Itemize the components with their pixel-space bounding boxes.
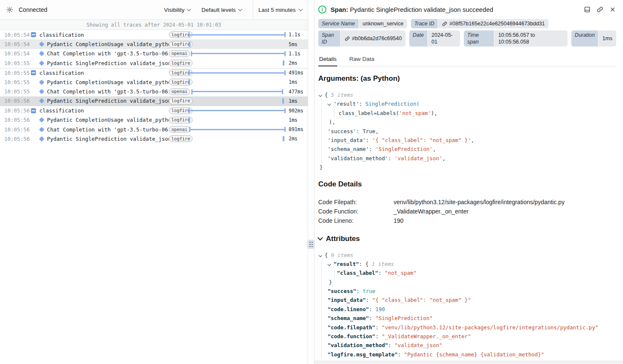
trace-row[interactable]: 10:05:56Pydantic SinglePrediction valida… [0, 96, 308, 106]
span-diamond-icon [39, 51, 44, 57]
meta-chip-label: Duration [571, 30, 598, 47]
meta-chip-label: Time span [464, 30, 494, 47]
close-icon[interactable] [609, 6, 616, 13]
span-title: Span: Pydantic SinglePrediction validate… [331, 6, 493, 13]
code-segment: : [375, 324, 382, 331]
meta-chip-value: 1ms [598, 30, 616, 47]
detail-tabs: DetailsRaw Data [318, 54, 616, 66]
gear-icon[interactable] [6, 6, 14, 14]
code-details-rows: Code Filepath:venv/lib/python3.12/site-p… [318, 197, 616, 225]
indent-guide [321, 118, 322, 126]
link-icon [442, 21, 447, 27]
code-line: { 9 items [318, 251, 616, 260]
code-segment: 1 items [372, 261, 394, 267]
duration-label: 1.1s [286, 51, 308, 57]
code-segment: '{ "class_label": "not_spam" }' [372, 137, 471, 143]
code-line: "code.function": "_ValidateWrapper._on_e… [318, 332, 616, 341]
copy-link-icon[interactable] [596, 6, 604, 13]
chevron-down-icon [299, 7, 303, 11]
code-segment: "not_spam" [385, 270, 416, 276]
duration-label: 1ms [286, 98, 308, 104]
trace-row[interactable]: 10:05:56classificationlogfire902ms [0, 106, 308, 115]
default-levels-dropdown[interactable]: Default levels [201, 7, 242, 13]
trace-row[interactable]: 10:05:54classificationlogfire1.1s [0, 30, 308, 39]
row-timestamp: 10:05:56 [4, 126, 29, 133]
dock-panel-icon[interactable] [584, 6, 591, 13]
duration-tick [188, 118, 190, 123]
resize-grip-handle[interactable] [307, 240, 315, 249]
code-detail-row: Code Filepath:venv/lib/python3.12/site-p… [318, 197, 616, 207]
scrollbar-track[interactable] [314, 361, 623, 364]
code-segment: 'SinglePrediction' [375, 146, 433, 152]
code-segment: "SinglePrediction" [375, 315, 433, 321]
code-segment: : [369, 315, 375, 321]
collapse-chevron-icon[interactable] [319, 93, 322, 97]
meta-chip-label: Date [409, 30, 427, 47]
duration-tick [282, 99, 284, 104]
meta-chip-value: 2024-05-01 [428, 30, 460, 47]
visibility-dropdown[interactable]: Visibility [164, 7, 190, 13]
collapse-chevron-icon[interactable] [328, 263, 331, 266]
span-meta: Service Nameunknown_serviceTrace ID#08f5… [318, 19, 616, 47]
code-segment: : [388, 342, 394, 348]
collapse-chevron-icon[interactable] [328, 102, 331, 106]
collapse-toggle-icon[interactable] [31, 108, 36, 113]
code-detail-value: venv/lib/python3.12/site-packages/logfir… [394, 197, 565, 207]
indent-guide [321, 314, 322, 323]
tab-details[interactable]: Details [318, 54, 337, 66]
indent-guide [334, 268, 335, 277]
meta-chip-value[interactable]: #08f57b165e22c4e625046944673bdd31 [438, 19, 549, 28]
meta-chip-value-text: #08f57b165e22c4e625046944673bdd31 [449, 20, 545, 27]
span-name: classification [39, 107, 169, 114]
code-segment: : [366, 297, 372, 303]
code-line: 'result': SinglePrediction( [318, 99, 616, 108]
span-name: classification [39, 70, 169, 76]
span-detail-panel: i Span: Pydantic SinglePrediction valida… [314, 0, 623, 364]
code-segment: 190 [375, 306, 385, 312]
timeline-bar-zone [188, 77, 286, 87]
collapse-toggle-icon[interactable] [31, 70, 36, 75]
code-line: "class_label": "not_spam" [318, 268, 616, 277]
meta-chip-value-text: 10:05:56.057 to 10:05:56.058 [498, 32, 564, 45]
duration-label: 2ms [286, 60, 308, 66]
trace-row[interactable]: 10:05:54Chat Completion with 'gpt-3.5-tu… [0, 49, 308, 58]
code-segment: ), [431, 110, 437, 116]
source-badge: openai [169, 50, 190, 57]
code-segment: { [325, 92, 331, 98]
trace-row[interactable]: 10:05:56Pydantic SinglePrediction valida… [0, 134, 308, 143]
trace-row[interactable]: 10:05:55Chat Completion with 'gpt-3.5-tu… [0, 87, 308, 96]
meta-chip-value: unknown_service [359, 19, 408, 28]
code-line: 'success': True, [318, 127, 616, 136]
trace-row[interactable]: 10:05:55Pydantic CompletionUsage validat… [0, 77, 308, 87]
code-detail-row: Code Lineno:190 [318, 216, 616, 225]
duration-bar [188, 110, 286, 111]
code-segment: 'validation_method': [328, 155, 394, 161]
code-segment: : [356, 288, 363, 294]
trace-row[interactable]: 10:05:56Pydantic CompletionUsage validat… [0, 115, 308, 125]
duration-label: 1ms [286, 117, 308, 123]
code-line: "code.filepath": "venv/lib/python3.12/si… [318, 323, 616, 332]
meta-chip: Date2024-05-01 [409, 30, 460, 47]
collapse-chevron-icon[interactable] [319, 253, 322, 257]
duration-label: 1ms [286, 79, 308, 85]
duration-tick [188, 79, 190, 85]
meta-chip-value[interactable]: #b0b6da2d76c69540 [341, 30, 405, 47]
trace-row[interactable]: 10:05:55classificationlogfire491ms [0, 68, 308, 77]
code-line: "code.lineno": 190 [318, 305, 616, 314]
trace-row[interactable]: 10:05:54Pydantic CompletionUsage validat… [0, 39, 308, 49]
code-line: "success": true [318, 287, 616, 296]
indent-guide [321, 332, 322, 341]
span-meta-row-2: Span ID#b0b6da2d76c69540Date2024-05-01Ti… [318, 30, 616, 47]
span-diamond-icon [39, 79, 44, 85]
source-badge: openai [169, 88, 190, 95]
trace-row[interactable]: 10:05:56Chat Completion with 'gpt-3.5-tu… [0, 125, 308, 134]
collapse-toggle-icon[interactable] [31, 32, 36, 37]
trace-row[interactable]: 10:05:55Pydantic SinglePrediction valida… [0, 58, 308, 68]
code-segment: "code.filepath" [328, 324, 375, 331]
time-range-dropdown[interactable]: Last 5 minutes [253, 0, 308, 20]
code-segment: { [325, 252, 331, 258]
badge-column: logfire [169, 41, 188, 48]
attributes-toggle[interactable]: Attributes [318, 235, 616, 243]
code-segment: : [378, 270, 385, 276]
tab-raw-data[interactable]: Raw Data [348, 54, 375, 66]
